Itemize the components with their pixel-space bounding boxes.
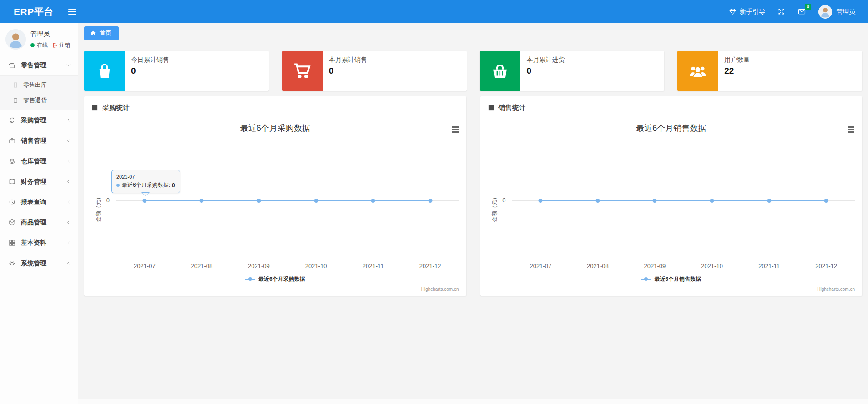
- shopping-cart-icon: [282, 51, 323, 91]
- th-grid-icon: [488, 105, 495, 111]
- briefcase-icon: [8, 137, 16, 145]
- fullscreen-button[interactable]: [777, 8, 785, 15]
- sales-chart: 最近6个月销售数据 金额（元） 0 2021-07 2021-08 2021-0…: [480, 117, 863, 295]
- sidebar-toggle-button[interactable]: [66, 5, 79, 19]
- chart-context-menu-button[interactable]: [452, 125, 459, 134]
- data-point: [371, 199, 375, 203]
- navbar-right: 新手引导 0 管理员: [729, 5, 855, 19]
- sidebar-item-finance[interactable]: 财务管理: [0, 171, 78, 192]
- hamburger-icon: [68, 9, 76, 15]
- gear-icon: [8, 259, 16, 267]
- retail-submenu: 零售出库 零售退货: [0, 75, 78, 110]
- chart-legend[interactable]: 最近6个月采购数据: [84, 275, 466, 283]
- gift-icon: [8, 61, 16, 69]
- box-icon: [8, 219, 16, 226]
- stat-card-label: 本月累计进货: [527, 56, 565, 64]
- sidebar-item-system[interactable]: 系统管理: [0, 253, 78, 274]
- chart-context-menu-button[interactable]: [848, 125, 854, 134]
- top-navbar: ERP平台 新手引导: [0, 0, 868, 23]
- stat-card-user-count: 用户数量 22: [677, 51, 862, 91]
- stat-card-label: 本月累计销售: [329, 56, 367, 64]
- messages-button[interactable]: 0: [797, 8, 806, 15]
- navbar-user-menu[interactable]: 管理员: [818, 5, 855, 19]
- x-axis-labels: 2021-07 2021-08 2021-09 2021-10 2021-11 …: [116, 263, 459, 269]
- sidebar-item-warehouse[interactable]: 仓库管理: [0, 151, 78, 171]
- gem-icon: [729, 8, 737, 15]
- x-axis-line: [512, 259, 855, 259]
- pie-chart-icon: [8, 198, 16, 206]
- tab-home-label: 首页: [100, 29, 111, 37]
- guide-label: 新手引导: [740, 8, 765, 16]
- file-icon: [12, 97, 19, 104]
- footer-divider: [78, 399, 868, 404]
- chart-title: 最近6个月销售数据: [480, 123, 863, 134]
- stat-card-value: 0: [329, 66, 367, 76]
- sales-stats-panel: 销售统计 最近6个月销售数据 金额（元） 0 2021-07 2021-08 2…: [480, 96, 863, 296]
- sidebar-user-name: 管理员: [30, 30, 70, 38]
- legend-marker-icon: [641, 277, 651, 281]
- book-icon: [8, 178, 16, 185]
- stat-card-month-sales: 本月累计销售 0: [282, 51, 467, 91]
- tooltip-value: 0: [172, 182, 175, 189]
- guide-link[interactable]: 新手引导: [729, 8, 765, 16]
- sidebar-item-retail-return[interactable]: 零售退货: [0, 93, 78, 108]
- data-point: [428, 199, 432, 203]
- layers-icon: [8, 157, 16, 165]
- stat-card-today-sales: 今日累计销售 0: [84, 51, 269, 91]
- logout-link[interactable]: 注销: [52, 41, 70, 49]
- highcharts-credits[interactable]: Highcharts.com.cn: [421, 287, 459, 292]
- legend-marker-icon: [245, 277, 255, 281]
- main-content: 首页 今日累计销售 0 本月累计销售 0: [78, 23, 868, 399]
- loop-icon: [8, 116, 16, 124]
- y-axis-tick: 0: [480, 197, 506, 204]
- sidebar: 管理员 在线 注销 零售管理: [0, 23, 78, 404]
- stat-card-month-purchase: 本月累计进货 0: [480, 51, 665, 91]
- purchase-stats-panel: 采购统计 最近6个月采购数据 金额（元） 0 2021-07 最近6个月采购数据…: [84, 96, 466, 296]
- chevron-left-icon: [66, 158, 71, 164]
- grid-icon: [8, 239, 16, 247]
- sidebar-item-retail-outbound[interactable]: 零售出库: [0, 77, 78, 93]
- purchase-chart: 最近6个月采购数据 金额（元） 0 2021-07 最近6个月采购数据: 0: [84, 117, 466, 295]
- sidebar-item-products[interactable]: 商品管理: [0, 212, 78, 233]
- stat-card-label: 今日累计销售: [131, 56, 169, 64]
- sidebar-item-reports[interactable]: 报表查询: [0, 192, 78, 212]
- sidebar-item-retail[interactable]: 零售管理: [0, 55, 78, 75]
- sign-out-icon: [52, 42, 58, 48]
- chart-title: 最近6个月采购数据: [84, 123, 466, 134]
- tab-home[interactable]: 首页: [84, 26, 119, 40]
- user-avatar: [818, 5, 832, 19]
- sidebar-item-basic-data[interactable]: 基本资料: [0, 233, 78, 253]
- chart-legend[interactable]: 最近6个月销售数据: [480, 275, 863, 283]
- message-count-badge: 0: [805, 4, 811, 10]
- shopping-bag-icon: [84, 51, 125, 91]
- chevron-left-icon: [66, 138, 71, 144]
- data-point: [824, 199, 828, 203]
- chevron-left-icon: [66, 179, 71, 185]
- chevron-left-icon: [66, 260, 71, 266]
- sidebar-item-purchase[interactable]: 采购管理: [0, 110, 78, 130]
- chevron-left-icon: [66, 219, 71, 225]
- app-logo[interactable]: ERP平台: [14, 5, 54, 18]
- data-point: [314, 199, 318, 203]
- chart-tooltip: 2021-07 最近6个月采购数据: 0: [111, 170, 180, 193]
- chevron-left-icon: [66, 199, 71, 205]
- data-point: [767, 199, 771, 203]
- sidebar-item-sales[interactable]: 销售管理: [0, 130, 78, 151]
- chevron-left-icon: [66, 117, 71, 123]
- stat-card-value: 0: [527, 66, 565, 76]
- sidebar-user-avatar: [5, 29, 26, 50]
- sidebar-user-panel: 管理员 在线 注销: [0, 23, 78, 55]
- x-axis-labels: 2021-07 2021-08 2021-09 2021-10 2021-11 …: [512, 263, 855, 269]
- stat-cards-row: 今日累计销售 0 本月累计销售 0 本月累计进货 0: [84, 51, 862, 91]
- sidebar-menu: 零售管理 零售出库 零售退货 采购管理: [0, 55, 78, 274]
- th-grid-icon: [91, 105, 98, 111]
- online-status-label: 在线: [37, 41, 48, 49]
- highcharts-credits[interactable]: Highcharts.com.cn: [817, 287, 855, 292]
- x-axis-line: [116, 259, 459, 259]
- tooltip-label: 最近6个月采购数据:: [122, 181, 170, 189]
- home-icon: [90, 30, 96, 36]
- stat-card-value: 22: [724, 66, 750, 76]
- chart-panels-row: 采购统计 最近6个月采购数据 金额（元） 0 2021-07 最近6个月采购数据…: [84, 96, 862, 296]
- legend-label: 最近6个月采购数据: [258, 275, 305, 283]
- panel-title: 采购统计: [102, 104, 130, 112]
